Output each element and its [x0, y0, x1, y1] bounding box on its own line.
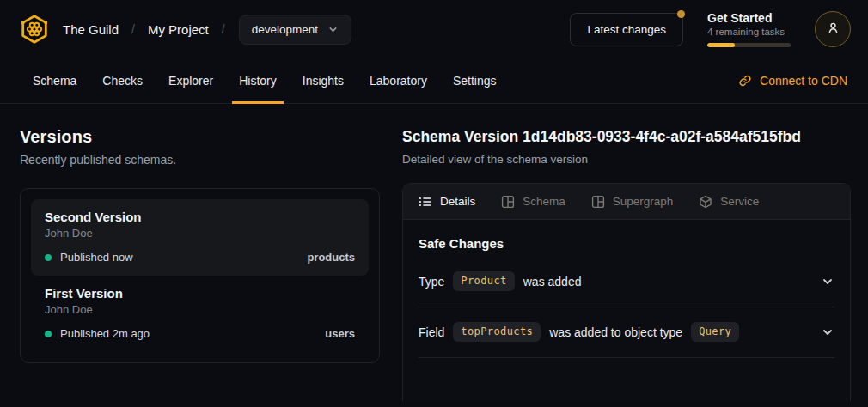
version-title: First Version — [45, 286, 355, 301]
tab-explorer[interactable]: Explorer — [168, 58, 213, 103]
safe-changes-title: Safe Changes — [419, 236, 834, 251]
breadcrumb: The Guild / My Project / development — [63, 15, 351, 45]
version-published: Published now — [60, 251, 133, 264]
breadcrumb-project[interactable]: My Project — [148, 22, 209, 37]
versions-title: Versions — [20, 127, 380, 147]
chevron-down-icon — [821, 275, 834, 289]
detail-tab-details[interactable]: Details — [419, 195, 475, 209]
get-started-subtitle: 4 remaining tasks — [707, 27, 791, 37]
app-root: The Guild / My Project / development Lat… — [0, 0, 868, 401]
link-icon — [738, 74, 752, 88]
detail-tab-supergraph[interactable]: Supergraph — [591, 195, 674, 209]
latest-changes-label: Latest changes — [587, 23, 666, 36]
published-status-dot — [45, 254, 52, 261]
detail-tab-label: Service — [720, 195, 759, 208]
versions-subtitle: Recently published schemas. — [20, 153, 380, 167]
connect-cdn-link[interactable]: Connect to CDN — [738, 58, 847, 103]
detail-tab-label: Details — [440, 195, 475, 208]
change-suffix: was added to object type — [549, 325, 682, 339]
versions-list: Second Version John Doe Published now pr… — [20, 188, 380, 363]
version-item-first[interactable]: First Version John Doe Published 2m ago … — [31, 276, 369, 352]
change-suffix: was added — [523, 275, 582, 289]
notification-dot — [677, 10, 685, 18]
breadcrumb-separator: / — [222, 22, 225, 36]
get-started-progress — [707, 43, 791, 47]
target-selector-value: development — [252, 23, 318, 36]
published-status-dot — [45, 331, 52, 337]
target-selector[interactable]: development — [239, 15, 351, 45]
change-row-field-added[interactable]: Field topProducts was added to object ty… — [419, 307, 834, 358]
columns-icon — [591, 195, 605, 209]
version-meta: Published 2m ago users — [45, 327, 355, 340]
page-tabs-bar: Schema Checks Explorer History Insights … — [0, 58, 868, 104]
version-service-badge: products — [307, 251, 355, 264]
version-detail-title: Schema Version 1d14db83-0933-4f4c-a02f-a… — [402, 128, 851, 146]
tab-schema[interactable]: Schema — [33, 58, 76, 103]
version-detail-column: Schema Version 1d14db83-0933-4f4c-a02f-a… — [402, 127, 851, 401]
tab-history[interactable]: History — [239, 58, 277, 103]
get-started-title: Get Started — [707, 11, 791, 25]
version-service-badge: users — [325, 327, 355, 340]
header-right: Latest changes Get Started 4 remaining t… — [570, 11, 851, 47]
columns-icon — [501, 195, 515, 209]
tab-insights[interactable]: Insights — [303, 58, 344, 103]
version-meta: Published now products — [45, 251, 355, 264]
get-started-widget[interactable]: Get Started 4 remaining tasks — [707, 11, 791, 47]
main-content: Versions Recently published schemas. Sec… — [0, 104, 868, 401]
get-started-progress-fill — [707, 43, 735, 47]
user-icon — [825, 20, 841, 39]
version-title: Second Version — [45, 210, 355, 224]
detail-content: Safe Changes Type Product was added Fiel… — [403, 236, 850, 358]
change-row-type-added[interactable]: Type Product was added — [419, 257, 834, 307]
version-detail-subtitle: Detailed view of the schema version — [402, 153, 851, 166]
list-icon — [419, 195, 432, 209]
breadcrumb-org[interactable]: The Guild — [63, 22, 119, 37]
tab-checks[interactable]: Checks — [102, 58, 143, 103]
detail-tab-label: Schema — [523, 195, 565, 208]
change-prefix: Field — [419, 325, 444, 339]
version-detail-panel: Details Schema — [402, 183, 851, 401]
detail-tab-schema[interactable]: Schema — [501, 195, 565, 209]
version-author: John Doe — [45, 227, 355, 240]
cube-icon — [699, 195, 712, 209]
change-prefix: Type — [419, 275, 444, 289]
detail-tab-label: Supergraph — [613, 195, 674, 208]
change-code-badge: topProducts — [453, 322, 541, 342]
version-item-second[interactable]: Second Version John Doe Published now pr… — [31, 199, 369, 276]
breadcrumb-separator: / — [131, 22, 135, 36]
version-author: John Doe — [45, 303, 355, 316]
avatar[interactable] — [815, 11, 851, 47]
change-code-badge: Product — [453, 271, 514, 291]
connect-cdn-label: Connect to CDN — [760, 74, 847, 88]
hive-logo-icon[interactable] — [19, 14, 50, 45]
tab-laboratory[interactable]: Laboratory — [370, 58, 427, 103]
page-tabs: Schema Checks Explorer History Insights … — [33, 58, 497, 103]
chevron-down-icon — [821, 325, 834, 339]
header: The Guild / My Project / development Lat… — [0, 0, 868, 58]
chevron-down-icon — [327, 24, 339, 35]
detail-tab-service[interactable]: Service — [699, 195, 759, 209]
header-left: The Guild / My Project / development — [19, 14, 351, 45]
latest-changes-button[interactable]: Latest changes — [570, 13, 683, 46]
change-code-badge: Query — [691, 322, 739, 342]
detail-tabs: Details Schema — [403, 184, 850, 220]
versions-column: Versions Recently published schemas. Sec… — [20, 127, 380, 401]
tab-settings[interactable]: Settings — [453, 58, 497, 103]
version-published: Published 2m ago — [60, 327, 150, 340]
